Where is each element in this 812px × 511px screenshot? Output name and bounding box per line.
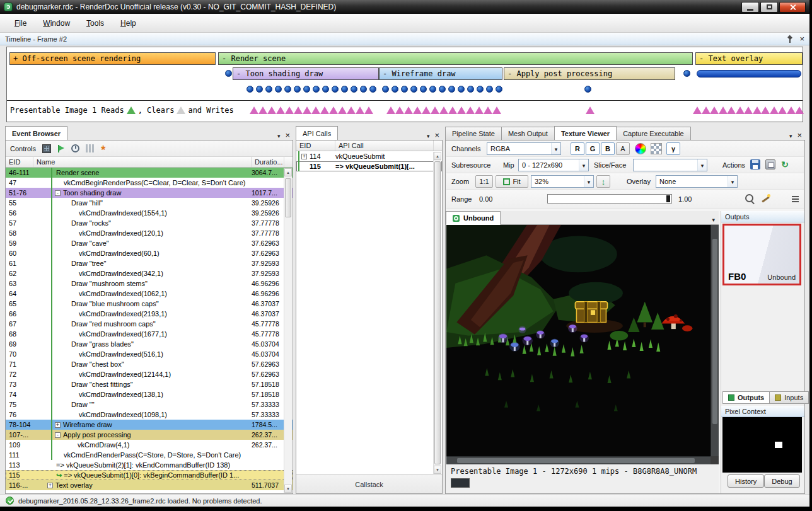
collapse-icon[interactable]: - [55, 190, 61, 196]
event-row[interactable]: 113=> vkQueueSubmit(2)[1]: vkEndCommandB… [6, 460, 293, 470]
scroll-down-icon[interactable] [434, 466, 441, 474]
chevron-down-icon[interactable] [427, 129, 430, 141]
event-row[interactable]: 75Draw ""57.33333 [6, 399, 293, 410]
event-row[interactable]: 71Draw "chest box"57.62963 [6, 359, 293, 369]
event-row[interactable]: 46-111Render scene3064.7... [6, 168, 293, 178]
chevron-down-icon[interactable] [277, 129, 281, 141]
event-row[interactable]: 57Draw "rocks"37.77778 [6, 218, 293, 228]
red-channel-button[interactable]: R [571, 142, 584, 155]
debug-button[interactable]: Debug [764, 474, 799, 488]
timeline-bar-offscreen[interactable]: + Off-screen scene rendering [9, 52, 216, 65]
menu-tools[interactable]: Tools [78, 16, 112, 31]
autofit-wand-icon[interactable] [760, 193, 772, 204]
alpha-channel-button[interactable]: A [616, 142, 630, 155]
timeline-bar-render-scene[interactable]: - Render scene [218, 52, 693, 65]
event-row[interactable]: 109vkCmdDraw(4,1)262.37... [6, 440, 293, 450]
event-row[interactable]: 61Draw "tree"37.92593 [6, 258, 293, 268]
event-row[interactable]: 55Draw "hill"39.25926 [6, 198, 293, 208]
timer-icon[interactable] [71, 144, 79, 152]
tab-pipeline-state[interactable]: Pipeline State [445, 127, 502, 140]
export-icon[interactable] [765, 159, 775, 169]
magnifier-icon[interactable] [744, 193, 755, 204]
channels-select[interactable]: RGBA [487, 142, 561, 155]
scroll-up-icon[interactable] [434, 152, 441, 160]
texture-image[interactable] [446, 225, 710, 456]
scrollbar-thumb[interactable] [712, 239, 717, 424]
event-row[interactable]: 63Draw "mushroom stems"46.96296 [6, 278, 293, 289]
timeline-bar-text-overlay[interactable]: - Text overlay [695, 52, 803, 65]
callstack-section[interactable]: Callstack [296, 474, 442, 493]
texture-horizontal-scrollbar[interactable] [446, 456, 710, 464]
event-row[interactable]: 56vkCmdDrawIndexed(1554,1)39.25926 [6, 208, 293, 218]
save-icon[interactable] [750, 159, 760, 169]
event-row[interactable]: 47vkCmdBeginRenderPass(C=Clear, D=Clear,… [6, 178, 293, 188]
zoom-1to1-button[interactable]: 1:1 [475, 175, 493, 188]
expand-icon[interactable]: + [55, 422, 61, 428]
event-row[interactable]: 68vkCmdDrawIndexed(1677,1)45.77778 [6, 329, 293, 339]
event-row[interactable]: 116-...+Text overlay511.7037 [6, 480, 293, 490]
tab-inputs[interactable]: Inputs [769, 391, 809, 404]
event-row[interactable]: 69Draw "grass blades"45.03704 [6, 339, 293, 349]
range-options-icon[interactable] [791, 193, 801, 204]
event-row[interactable]: 59Draw "cave"37.62963 [6, 238, 293, 248]
tab-event-browser[interactable]: Event Browser [5, 126, 67, 140]
api-calls-scrollbar[interactable] [433, 152, 441, 474]
texture-vertical-scrollbar[interactable] [710, 225, 719, 456]
event-row[interactable]: 62vkCmdDrawIndexed(342,1)37.92593 [6, 268, 293, 278]
timeline-bar-wireframe[interactable]: - Wireframe draw [379, 67, 502, 80]
expand-icon[interactable]: + [301, 154, 307, 159]
event-row[interactable]: 72vkCmdDrawIndexed(12144,1)57.62963 [6, 369, 293, 379]
scrollbar-thumb[interactable] [434, 161, 441, 464]
event-row[interactable]: 60vkCmdDrawIndexed(60,1)37.62963 [6, 248, 293, 258]
tab-mesh-output[interactable]: Mesh Output [501, 127, 555, 140]
overlay-select[interactable]: None [656, 175, 738, 188]
pixel-context-view[interactable] [722, 417, 802, 473]
green-channel-button[interactable]: G [586, 142, 600, 155]
tab-unbound-texture[interactable]: Unbound [446, 211, 501, 225]
close-button[interactable] [779, 2, 806, 13]
event-row[interactable]: 115↪=> vkQueueSubmit(1)[0]: vkBeginComma… [6, 470, 293, 480]
event-row[interactable]: 78-104+Wireframe draw1784.5... [6, 420, 293, 430]
tab-capture-executable[interactable]: Capture Executable [616, 127, 691, 140]
zoom-percent-select[interactable]: 32% [531, 175, 594, 188]
timeline-canvas[interactable]: + Off-screen scene rendering - Render sc… [6, 47, 803, 122]
pin-icon[interactable] [787, 35, 793, 43]
color-wheel-icon[interactable] [635, 143, 646, 154]
close-icon[interactable] [799, 35, 804, 43]
event-row[interactable]: 70vkCmdDrawIndexed(516,1)45.03704 [6, 349, 293, 359]
timeline-bar-post[interactable]: - Apply post processing [504, 67, 675, 80]
refresh-icon[interactable]: ↻ [779, 159, 791, 171]
gamma-button[interactable]: γ [666, 142, 680, 155]
event-row[interactable]: 64vkCmdDrawIndexed(1062,1)46.96296 [6, 289, 293, 299]
event-browser-scrollbar[interactable] [284, 168, 292, 493]
minimize-button[interactable] [741, 2, 759, 13]
scroll-down-icon[interactable] [284, 485, 292, 493]
flip-y-button[interactable]: ↕ [596, 175, 610, 188]
event-row[interactable]: 76vkCmdDrawIndexed(1098,1)57.33333 [6, 410, 293, 420]
chart-icon[interactable] [86, 144, 94, 152]
checkerboard-icon[interactable] [651, 143, 662, 154]
event-row[interactable]: 67Draw "red mushroom caps"45.77778 [6, 319, 293, 329]
texture-display[interactable] [446, 225, 719, 464]
timeline-bar-toon[interactable]: - Toon shading draw [233, 67, 379, 80]
event-row[interactable]: 51-76-Toon shading draw1017.7... [6, 188, 293, 198]
bookmark-icon[interactable] [100, 144, 108, 153]
tab-texture-viewer[interactable]: Texture Viewer [554, 126, 617, 140]
mip-select[interactable]: 0 - 1272x690 [518, 159, 589, 171]
event-row[interactable]: 74vkCmdDrawIndexed(138,1)57.18518 [6, 389, 293, 399]
fb0-thumbnail[interactable]: FB0 Unbound [722, 224, 801, 285]
menu-window[interactable]: Window [35, 16, 78, 31]
jump-to-event-icon[interactable] [57, 145, 65, 152]
range-slider[interactable] [547, 194, 672, 204]
event-row[interactable]: 66vkCmdDrawIndexed(2193,1)46.37037 [6, 309, 293, 319]
close-icon[interactable] [434, 129, 439, 141]
scrollbar-thumb[interactable] [285, 178, 291, 217]
blue-channel-button[interactable]: B [601, 142, 615, 155]
range-slider-handle[interactable] [666, 195, 670, 202]
collapse-icon[interactable]: - [55, 432, 61, 438]
controls-grid-icon[interactable] [42, 144, 51, 153]
close-icon[interactable] [797, 129, 802, 141]
tab-outputs[interactable]: Outputs [722, 391, 770, 404]
close-icon[interactable] [285, 129, 290, 141]
menu-file[interactable]: File [6, 16, 35, 31]
